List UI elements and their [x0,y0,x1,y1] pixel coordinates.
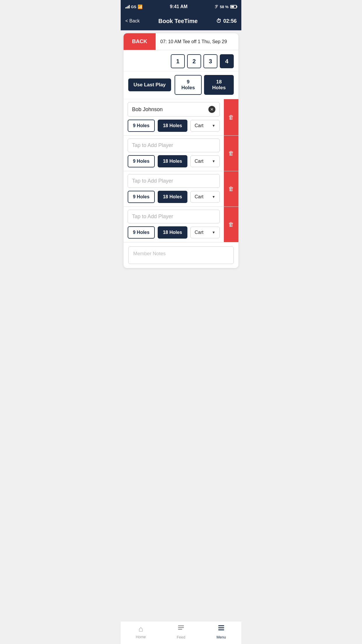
booking-card: BACK 07: 10 AM Tee off 1 Thu, Sep 29 1 2… [124,33,238,268]
player-4-nine-holes[interactable]: 9 Holes [128,226,155,239]
trash-icon-1: 🗑 [228,114,234,121]
nav-timer: ⏱ 02:56 [216,18,237,24]
battery-percent: 58 % [220,5,229,9]
player-3-dropdown-arrow: ▼ [212,195,215,199]
nav-back-button[interactable]: < Back [125,18,140,24]
player-4-cart-select[interactable]: Cart ▼ [190,227,220,238]
player-2-cart-select[interactable]: Cart ▼ [190,155,220,167]
player-tab-4[interactable]: 4 [220,54,234,68]
player-name-1: Bob Johnson [132,106,163,113]
player-options-3: 9 Holes 18 Holes Cart ▼ [128,191,220,203]
signal-icon [125,5,130,8]
player-4-cart-label: Cart [195,230,203,235]
player-section-4: Tap to Add Player 9 Holes 18 Holes Cart … [124,207,238,242]
player-section-2: Tap to Add Player 9 Holes 18 Holes Cart … [124,136,238,171]
player-inputs-2: Tap to Add Player 9 Holes 18 Holes Cart … [124,136,224,171]
wifi-icon: 📶 [138,4,143,9]
battery-icon [230,5,237,8]
nav-bar: < Back Book TeeTime ⏱ 02:56 [121,13,241,30]
player-placeholder-2: Tap to Add Player [132,142,173,148]
booking-info: 07: 10 AM Tee off 1 Thu, Sep 29 [156,35,238,48]
player-2-eighteen-holes[interactable]: 18 Holes [158,155,187,167]
player-options-4: 9 Holes 18 Holes Cart ▼ [128,226,220,239]
player-1-cart-label: Cart [195,123,203,128]
player-1-eighteen-holes[interactable]: 18 Holes [158,120,187,132]
holes-group: 9 Holes 18 Holes [175,75,234,95]
player-section-3: Tap to Add Player 9 Holes 18 Holes Cart … [124,171,238,207]
player-1-cart-select[interactable]: Cart ▼ [190,120,220,132]
notes-section: Member Notes [124,242,238,268]
player-1-nine-holes[interactable]: 9 Holes [128,120,155,132]
player-tab-1[interactable]: 1 [171,54,185,68]
booking-header: BACK 07: 10 AM Tee off 1 Thu, Sep 29 [124,33,238,50]
nav-title: Book TeeTime [158,18,198,24]
player-inputs-3: Tap to Add Player 9 Holes 18 Holes Cart … [124,171,224,206]
player-1-dropdown-arrow: ▼ [212,124,215,128]
player-row-4: Tap to Add Player 9 Holes 18 Holes Cart … [124,207,238,242]
player-4-dropdown-arrow: ▼ [212,230,215,235]
back-red-button[interactable]: BACK [124,33,156,50]
status-bar: GS 📶 9:41 AM ℱ 58 % [121,0,241,13]
player-2-cart-label: Cart [195,159,203,164]
trash-icon-4: 🗑 [228,221,234,228]
player-row-1: Bob Johnson ✕ 9 Holes 18 Holes Cart ▼ 🗑 [124,99,238,135]
delete-player-3-button[interactable]: 🗑 [224,171,238,206]
player-row-3: Tap to Add Player 9 Holes 18 Holes Cart … [124,171,238,206]
delete-player-1-button[interactable]: 🗑 [224,99,238,135]
player-inputs-4: Tap to Add Player 9 Holes 18 Holes Cart … [124,207,224,242]
player-options-1: 9 Holes 18 Holes Cart ▼ [128,120,220,132]
player-3-eighteen-holes[interactable]: 18 Holes [158,191,187,203]
player-tab-2[interactable]: 2 [187,54,201,68]
player-name-field-4[interactable]: Tap to Add Player [128,210,220,223]
player-3-cart-label: Cart [195,194,203,200]
delete-player-4-button[interactable]: 🗑 [224,207,238,242]
player-tab-3[interactable]: 3 [203,54,217,68]
nine-holes-button[interactable]: 9 Holes [175,75,202,95]
eighteen-holes-button[interactable]: 18 Holes [204,75,234,95]
status-right: ℱ 58 % [215,4,237,9]
player-row-2: Tap to Add Player 9 Holes 18 Holes Cart … [124,136,238,171]
player-tabs: 1 2 3 4 [124,50,238,71]
member-notes-field[interactable]: Member Notes [128,246,234,264]
player-4-eighteen-holes[interactable]: 18 Holes [158,226,187,239]
clear-player-1-button[interactable]: ✕ [208,106,215,113]
trash-icon-3: 🗑 [228,186,234,192]
main-content: BACK 07: 10 AM Tee off 1 Thu, Sep 29 1 2… [121,33,241,294]
use-last-play-button[interactable]: Use Last Play [128,78,171,91]
action-row: Use Last Play 9 Holes 18 Holes [124,71,238,99]
player-name-field-3[interactable]: Tap to Add Player [128,174,220,188]
timer-icon: ⏱ [216,18,222,24]
player-3-nine-holes[interactable]: 9 Holes [128,191,155,203]
trash-icon-2: 🗑 [228,150,234,157]
player-placeholder-3: Tap to Add Player [132,178,173,184]
bluetooth-icon: ℱ [215,4,218,9]
carrier-label: GS [131,5,136,9]
status-left: GS 📶 [125,4,143,9]
player-3-cart-select[interactable]: Cart ▼ [190,191,220,203]
timer-value: 02:56 [223,18,237,24]
player-name-field-1[interactable]: Bob Johnson ✕ [128,102,220,117]
status-time: 9:41 AM [170,4,188,9]
player-2-dropdown-arrow: ▼ [212,159,215,163]
player-placeholder-4: Tap to Add Player [132,214,173,220]
delete-player-2-button[interactable]: 🗑 [224,136,238,171]
player-options-2: 9 Holes 18 Holes Cart ▼ [128,155,220,167]
player-inputs-1: Bob Johnson ✕ 9 Holes 18 Holes Cart ▼ [124,99,224,135]
player-section-1: Bob Johnson ✕ 9 Holes 18 Holes Cart ▼ 🗑 [124,99,238,136]
player-2-nine-holes[interactable]: 9 Holes [128,155,155,167]
player-name-field-2[interactable]: Tap to Add Player [128,139,220,152]
